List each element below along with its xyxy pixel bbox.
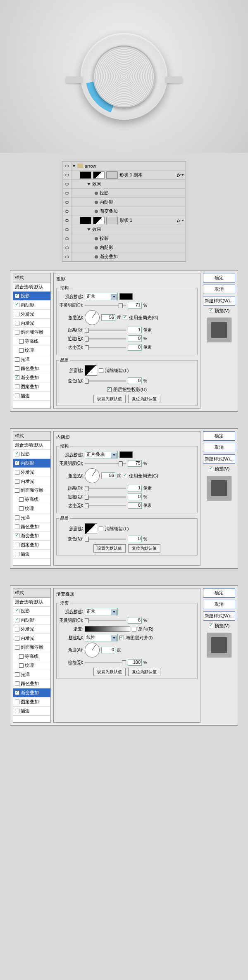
size-input[interactable]: 0 [128,502,142,509]
visibility-toggle[interactable] [62,216,72,225]
contour-picker[interactable] [85,523,97,534]
checkbox[interactable] [15,645,19,650]
preview-checkbox[interactable] [209,467,213,471]
angle-control[interactable] [85,643,100,657]
distance-input[interactable]: 1 [128,327,142,333]
fx-toggle-icon[interactable] [181,220,184,221]
ok-button[interactable]: 确定 [203,588,235,598]
checkbox[interactable] [15,452,19,456]
angle-input[interactable]: 0 [101,647,115,653]
checkbox[interactable] [19,339,24,344]
style-item-bevel[interactable]: 斜面和浮雕 [13,328,50,337]
noise-slider[interactable] [85,380,126,382]
checkbox[interactable] [15,691,19,695]
checkbox[interactable] [15,357,19,362]
checkbox[interactable] [15,312,19,316]
style-item-grad-overlay[interactable]: 渐变叠加 [13,688,50,698]
style-item-contour[interactable]: 等高线 [13,337,50,346]
new-style-button[interactable]: 新建样式(W)... [203,296,235,306]
checkbox[interactable] [15,552,19,556]
blend-options-item[interactable]: 混合选项:默认 [13,441,50,450]
knockout-checkbox[interactable] [107,387,112,392]
style-item-inner[interactable]: 内阴影 [13,459,50,468]
style-item-outer-glow[interactable]: 外发光 [13,625,50,634]
style-item-pattern-overlay[interactable]: 图案叠加 [13,382,50,392]
effect-item-row[interactable]: 内阴影 [62,243,186,252]
blend-mode-select[interactable]: 正片叠底 [85,451,118,458]
cancel-button[interactable]: 取消 [203,285,235,294]
disclosure-triangle-icon[interactable] [72,165,76,167]
checkbox[interactable] [15,461,19,465]
checkbox[interactable] [15,375,19,380]
checkbox[interactable] [15,534,19,538]
preview-checkbox[interactable] [209,308,213,313]
style-item-stroke[interactable]: 描边 [13,392,50,401]
checkbox[interactable] [15,515,19,520]
set-default-button[interactable]: 设置为默认值 [93,668,126,676]
distance-slider[interactable] [85,488,126,489]
reverse-checkbox[interactable] [132,627,136,631]
checkbox[interactable] [15,366,19,371]
contour-picker[interactable] [85,365,97,376]
set-default-button[interactable]: 设置为默认值 [93,544,126,553]
new-style-button[interactable]: 新建样式(W)... [203,454,235,464]
style-item-satin[interactable]: 光泽 [13,355,50,364]
style-item-inner-glow[interactable]: 内发光 [13,319,50,328]
style-item-grad-overlay[interactable]: 渐变叠加 [13,373,50,382]
global-light-checkbox[interactable] [123,316,127,320]
checkbox[interactable] [19,348,24,353]
checkbox[interactable] [19,654,24,659]
style-item-inner-glow[interactable]: 内发光 [13,477,50,486]
size-input[interactable]: 0 [128,344,142,351]
style-item-drop[interactable]: 投影 [13,292,50,301]
style-item-pattern-overlay[interactable]: 图案叠加 [13,541,50,550]
noise-input[interactable]: 0 [128,536,142,542]
style-item-satin[interactable]: 光泽 [13,670,50,679]
scale-slider[interactable] [85,662,126,663]
checkbox[interactable] [15,543,19,547]
visibility-toggle[interactable] [62,189,72,198]
checkbox[interactable] [15,470,19,475]
style-item-pattern-overlay[interactable]: 图案叠加 [13,698,50,707]
effect-item-row[interactable]: 渐变叠加 [62,252,186,261]
spread-slider[interactable] [85,338,126,339]
disclosure-triangle-icon[interactable] [87,228,91,231]
gradient-picker[interactable] [85,626,130,632]
visibility-toggle[interactable] [62,234,72,243]
visibility-toggle[interactable] [62,243,72,252]
style-item-drop[interactable]: 投影 [13,450,50,459]
opacity-input[interactable]: 75 [128,460,142,467]
checkbox[interactable] [15,479,19,484]
checkbox[interactable] [15,488,19,493]
style-item-satin[interactable]: 光泽 [13,513,50,522]
style-item-inner-glow[interactable]: 内发光 [13,634,50,643]
antialias-checkbox[interactable] [99,527,103,531]
new-style-button[interactable]: 新建样式(W)... [203,611,235,621]
preview-checkbox[interactable] [209,624,213,628]
angle-control[interactable] [85,310,100,325]
scale-input[interactable]: 100 [128,659,142,666]
checkbox[interactable] [15,321,19,325]
checkbox[interactable] [19,497,24,502]
style-item-bevel[interactable]: 斜面和浮雕 [13,486,50,495]
blend-options-item[interactable]: 混合选项:默认 [13,282,50,292]
ok-button[interactable]: 确定 [203,431,235,441]
opacity-slider[interactable] [85,463,126,464]
visibility-toggle[interactable] [62,225,72,234]
opacity-input[interactable]: 8 [128,617,142,624]
visibility-toggle[interactable] [62,180,72,189]
checkbox[interactable] [15,681,19,686]
distance-slider[interactable] [85,330,126,331]
visibility-toggle[interactable] [62,198,72,207]
checkbox[interactable] [15,303,19,307]
opacity-slider[interactable] [85,620,126,621]
global-light-checkbox[interactable] [123,474,127,478]
reset-default-button[interactable]: 复位为默认值 [128,544,160,553]
style-item-color-overlay[interactable]: 颜色叠加 [13,679,50,688]
style-item-grad-overlay[interactable]: 渐变叠加 [13,532,50,541]
checkbox[interactable] [15,524,19,529]
checkbox[interactable] [15,672,19,677]
style-item-color-overlay[interactable]: 颜色叠加 [13,364,50,373]
checkbox[interactable] [15,294,19,298]
style-item-contour[interactable]: 等高线 [13,495,50,504]
